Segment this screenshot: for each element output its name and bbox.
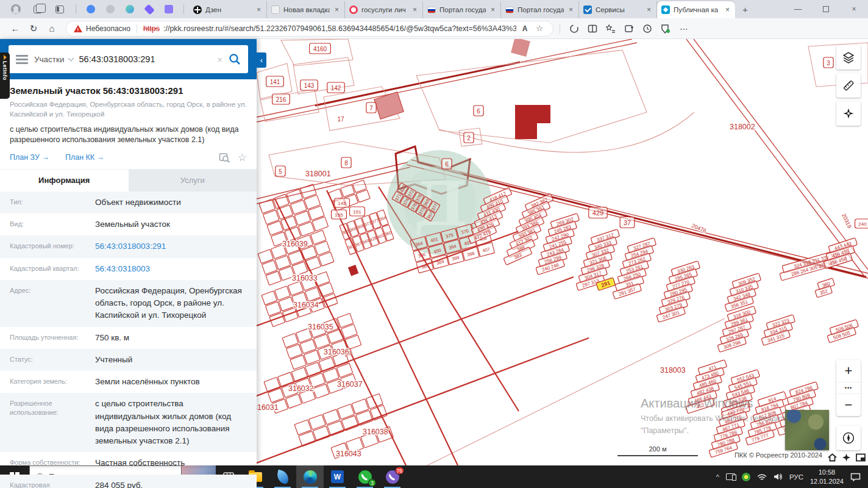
clock[interactable]: 10:5812.01.2024 — [810, 468, 844, 486]
compass-button[interactable] — [836, 426, 861, 450]
browser-tab[interactable]: госуслуги лич× — [345, 1, 423, 18]
pkk-side-panel: Участки 56:43:0318003:291 × Земельный уч… — [0, 39, 257, 465]
close-window-button[interactable]: × — [840, 0, 868, 18]
my-position-button[interactable] — [836, 101, 861, 126]
word-icon[interactable]: W — [324, 465, 351, 488]
history-icon[interactable] — [639, 22, 655, 35]
table-row: Кадастровый квартал:56:43:0318003 — [0, 258, 257, 280]
browser-tab[interactable]: Публичная ка× — [657, 1, 735, 18]
search-category-dropdown[interactable]: Участки — [34, 55, 73, 64]
plan-kk-link[interactable]: План КК → — [65, 153, 104, 162]
notifications-icon[interactable] — [850, 473, 861, 481]
settings-more-icon[interactable]: ⋯ — [676, 24, 692, 34]
extension-icon[interactable] — [106, 5, 115, 13]
close-tab-icon[interactable]: × — [411, 5, 418, 14]
cadastral-map[interactable]: Д 37142337437237637837336936737736336636… — [257, 39, 868, 465]
close-tab-icon[interactable]: × — [567, 5, 574, 14]
workspaces-icon[interactable] — [34, 5, 42, 13]
browser-tab[interactable]: Дзен× — [189, 1, 267, 18]
map-scale-bar: 200 м — [617, 445, 698, 456]
whatsapp-icon[interactable]: 3 — [351, 465, 379, 488]
profile-avatar-icon[interactable] — [11, 4, 21, 14]
browser-essentials-icon[interactable] — [566, 22, 582, 35]
home-view-icon[interactable] — [828, 453, 837, 462]
close-tab-icon[interactable]: × — [724, 5, 731, 14]
close-tab-icon[interactable]: × — [489, 5, 496, 14]
row-value-link[interactable]: 56:43:0318003:291 — [90, 235, 257, 257]
url-text: ://pkk.rosreestr.ru/#/search/51.22326707… — [163, 24, 516, 33]
language-indicator[interactable]: РУС — [789, 473, 803, 481]
parcel-row[interactable]: 352 — [815, 285, 832, 297]
browser-tab[interactable]: Портал госуда× — [501, 1, 579, 18]
favorite-star-icon[interactable]: ☆ — [533, 24, 546, 33]
antivirus-icon[interactable] — [742, 473, 750, 481]
wifi-icon[interactable] — [757, 473, 767, 481]
row-value: Частная собственность — [90, 452, 257, 474]
close-tab-icon[interactable]: × — [333, 5, 340, 14]
zoom-out-button[interactable]: − — [836, 394, 861, 416]
tray-expand-icon[interactable]: ^ — [716, 473, 719, 481]
home-button[interactable]: ⌂ — [44, 23, 60, 34]
refresh-button[interactable]: ↻ — [26, 23, 41, 34]
parcel-number: 216 — [276, 96, 286, 103]
search-input[interactable]: 56:43:0318003:291 — [79, 54, 212, 64]
tab-services[interactable]: Услуги — [129, 170, 257, 192]
extension-icon[interactable] — [87, 5, 95, 13]
system-tray: ^ РУС 10:5812.01.2024 — [716, 465, 868, 488]
collapse-panel-button[interactable]: ‹ — [257, 52, 266, 68]
favorite-parcel-star-icon[interactable]: ☆ — [238, 151, 247, 164]
zoom-to-object-icon[interactable] — [219, 152, 230, 163]
close-tab-icon[interactable]: × — [646, 5, 652, 14]
pkk-favicon — [661, 5, 670, 14]
letinfo-arrow-icon — [4, 55, 7, 60]
close-tab-icon[interactable]: × — [255, 5, 262, 14]
devices-icon[interactable] — [726, 473, 735, 480]
url-field[interactable]: ! Небезопасно https ://pkk.rosreestr.ru/… — [66, 21, 553, 37]
minimap-toggle-icon[interactable] — [856, 453, 866, 462]
zoom-levels-button[interactable]: ••• — [836, 382, 861, 394]
browser-tab[interactable]: Новая вкладка× — [267, 1, 345, 18]
search-icon[interactable] — [229, 53, 241, 65]
minimap-satellite-thumbnail[interactable] — [785, 410, 829, 450]
new-tab-button[interactable]: + — [735, 4, 755, 15]
extension-icon[interactable] — [165, 5, 173, 13]
viber-icon[interactable]: 76 — [379, 465, 406, 488]
letinfo-sidebar-tab[interactable]: LetInfo — [0, 52, 10, 99]
plan-zu-link[interactable]: План ЗУ → — [10, 153, 49, 162]
maximize-button[interactable] — [812, 0, 840, 18]
browser-tab[interactable]: Сервисы× — [579, 1, 657, 18]
layers-button[interactable] — [836, 45, 861, 70]
divider — [76, 4, 76, 14]
parcel-grid[interactable]: 363366368373377364361367369428402360 — [340, 210, 394, 255]
quarter-number-label: 316031 — [257, 403, 279, 412]
extension-icon[interactable] — [126, 5, 134, 13]
zoom-in-button[interactable]: + — [836, 360, 861, 382]
edge-browser-icon[interactable] — [296, 465, 324, 488]
minimize-button[interactable]: — — [784, 0, 812, 18]
flag-favicon — [505, 7, 514, 13]
feather-app-icon[interactable] — [269, 465, 296, 488]
extension-icon[interactable] — [144, 4, 155, 15]
collections-icon[interactable] — [621, 22, 637, 35]
clear-search-icon[interactable]: × — [217, 54, 222, 65]
vertical-tabs-icon[interactable] — [55, 5, 64, 13]
map-canvas[interactable]: Д 37142337437237637837336936737736336636… — [257, 39, 868, 465]
row-value-link[interactable]: 56:43:0318003 — [90, 258, 257, 280]
parcel-number: 141 — [270, 79, 280, 85]
measure-ruler-button[interactable] — [836, 73, 861, 98]
svg-text:396: 396 — [418, 251, 426, 259]
back-button[interactable]: ← — [7, 23, 23, 34]
parcel-number: 37 — [624, 219, 631, 226]
tab-information[interactable]: Информация — [0, 170, 129, 192]
menu-icon[interactable] — [16, 55, 28, 64]
adblock-extension-icon[interactable] — [658, 22, 674, 35]
favorites-bar-icon[interactable] — [603, 22, 619, 35]
read-aloud-icon[interactable]: A — [520, 24, 530, 33]
position-star-icon[interactable] — [842, 453, 851, 462]
svg-text:364: 364 — [379, 215, 386, 222]
volume-icon[interactable] — [774, 473, 783, 481]
insecure-warning-icon[interactable]: ! — [74, 25, 82, 32]
services-favicon — [583, 5, 592, 14]
browser-tab[interactable]: Портал госуда× — [423, 1, 501, 18]
split-screen-icon[interactable] — [585, 22, 600, 35]
